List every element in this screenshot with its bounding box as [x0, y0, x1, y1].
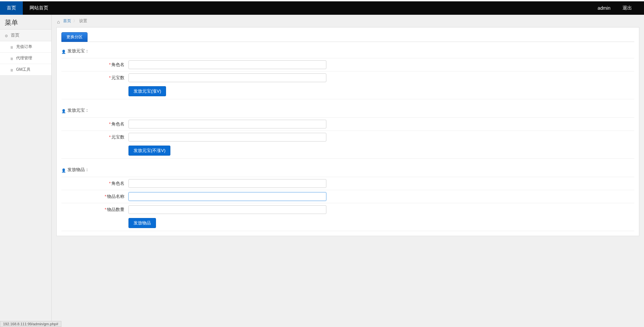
breadcrumb-home[interactable]: 首页	[63, 18, 71, 24]
form-row: *元宝数	[61, 71, 634, 84]
form-label-itemname: *物品名称	[61, 194, 128, 200]
nav-logout[interactable]: 退出	[616, 1, 638, 15]
breadcrumb: 首页 〉 设置	[52, 15, 644, 27]
button-row: 发放元宝(不涨V)	[61, 144, 634, 159]
file-icon	[10, 56, 14, 60]
form-label-amount2: *元宝数	[61, 134, 128, 140]
nav-user[interactable]: admin	[592, 1, 616, 15]
form-row: *角色名	[61, 117, 634, 130]
sidebar-group-home[interactable]: 首页	[0, 29, 51, 41]
form-row: *物品名称	[61, 190, 634, 203]
btn-send-yuanbao-v[interactable]: 发放元宝(涨V)	[128, 86, 166, 96]
navbar-left: 首页 网站首页	[0, 1, 55, 15]
nav-site-home[interactable]: 网站首页	[23, 1, 55, 15]
status-bar: 192.168.8.111:99/admin/gm.php#	[0, 321, 61, 327]
tab-zone-switch[interactable]: 更换分区	[61, 32, 88, 42]
section-heading-3: 发放物品：	[61, 167, 634, 173]
input-role3[interactable]	[128, 179, 326, 188]
sidebar-item-label: GM工具	[16, 67, 31, 72]
btn-send-yuanbao-nov[interactable]: 发放元宝(不涨V)	[128, 146, 170, 156]
panel: 更换分区 发放元宝： *角色名 *元宝数 发放元宝(涨V)	[56, 27, 639, 236]
sidebar-item-agent[interactable]: 代理管理	[0, 53, 51, 64]
sidebar-item-label: 充值订单	[16, 44, 32, 50]
form-row: *角色名	[61, 177, 634, 190]
form-label-role2: *角色名	[61, 121, 128, 127]
sidebar-group-label: 首页	[11, 32, 19, 38]
form-row: *元宝数	[61, 130, 634, 144]
gear-icon	[5, 33, 9, 37]
button-row: 发放元宝(涨V)	[61, 84, 634, 99]
input-role1[interactable]	[128, 60, 326, 69]
input-amount2[interactable]	[128, 133, 326, 142]
file-icon	[10, 45, 14, 49]
nav-home[interactable]: 首页	[0, 1, 23, 15]
form-label-role1: *角色名	[61, 62, 128, 68]
input-role2[interactable]	[128, 120, 326, 128]
form-label-itemqty: *物品数量	[61, 207, 128, 213]
breadcrumb-current: 设置	[79, 18, 87, 24]
form-row: *物品数量	[61, 203, 634, 216]
user-icon	[61, 49, 65, 53]
main-content: 首页 〉 设置 更换分区 发放元宝： *角色名 *元宝数 发放元宝(涨V)	[52, 15, 644, 327]
form-label-role3: *角色名	[61, 180, 128, 186]
section-heading-2: 发放元宝：	[61, 107, 634, 113]
sidebar-item-recharge[interactable]: 充值订单	[0, 41, 51, 53]
sidebar-title: 菜单	[0, 15, 51, 29]
input-amount1[interactable]	[128, 73, 326, 82]
user-icon	[61, 108, 65, 112]
breadcrumb-sep: 〉	[73, 18, 77, 24]
section-title: 发放元宝：	[67, 107, 89, 113]
user-icon	[61, 168, 65, 172]
section-title: 发放元宝：	[67, 48, 89, 54]
form-label-amount1: *元宝数	[61, 75, 128, 81]
sidebar-item-label: 代理管理	[16, 55, 32, 61]
button-row: 发放物品	[61, 216, 634, 231]
form-row: *角色名	[61, 58, 634, 71]
btn-send-item[interactable]: 发放物品	[128, 218, 156, 228]
section-title: 发放物品：	[67, 167, 89, 173]
top-navbar: 首页 网站首页 admin 退出	[0, 1, 644, 15]
file-icon	[10, 68, 14, 72]
home-icon	[57, 19, 61, 23]
input-itemname[interactable]	[128, 192, 326, 201]
sidebar-item-gmtools[interactable]: GM工具	[0, 64, 51, 75]
tab-divider	[61, 42, 634, 42]
navbar-right: admin 退出	[592, 1, 644, 15]
input-itemqty[interactable]	[128, 205, 326, 214]
section-heading-1: 发放元宝：	[61, 48, 634, 54]
sidebar: 菜单 首页 充值订单 代理管理 GM工具	[0, 15, 52, 327]
